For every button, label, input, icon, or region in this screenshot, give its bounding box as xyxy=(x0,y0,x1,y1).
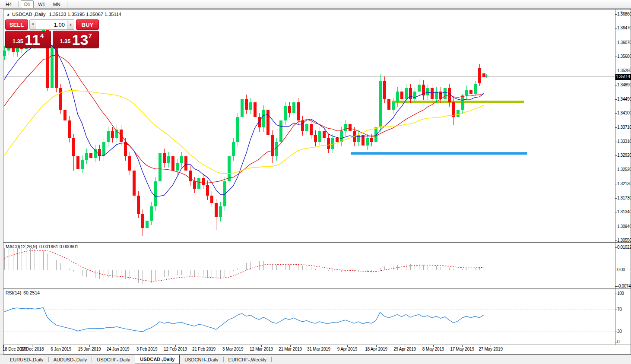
chart-tab-eurchf[interactable]: EURCHF-,Weekly xyxy=(224,355,271,364)
current-price-tag: 1.35114 xyxy=(615,74,631,80)
chart-window: ▲USDCAD-,Daily1.35133 1.35195 1.35067 1.… xyxy=(3,9,631,355)
price-axis-label: 1.36070 xyxy=(617,40,631,45)
price-axis-tick xyxy=(615,241,617,241)
candle-body xyxy=(288,106,291,114)
candle-body xyxy=(366,138,369,146)
candle-body xyxy=(63,110,67,120)
macd-axis-tick xyxy=(615,286,617,287)
candle-body xyxy=(349,124,352,131)
date-axis-label: 21 Feb 2019 xyxy=(190,347,218,351)
candle-body xyxy=(405,88,408,99)
candle-body xyxy=(254,102,257,117)
candle-body xyxy=(193,181,196,189)
sell-button[interactable]: SELL xyxy=(5,19,28,30)
candle-body xyxy=(426,88,429,95)
candle-body xyxy=(111,131,114,139)
candle-body xyxy=(340,131,343,142)
price-axis-label: 1.32130 xyxy=(617,181,631,186)
date-axis-label: 15 Jan 2019 xyxy=(76,347,103,351)
candle-body xyxy=(232,142,235,156)
price-axis-label: 1.33710 xyxy=(617,125,631,130)
candle-body xyxy=(206,185,209,196)
candle-body xyxy=(461,95,464,110)
candle-body xyxy=(51,45,54,88)
price-axis-label: 1.35680 xyxy=(617,54,631,59)
price-axis-tick xyxy=(615,85,617,85)
volume-increase-icon[interactable]: ▲ xyxy=(67,19,74,30)
volume-input[interactable] xyxy=(36,19,67,30)
price-axis-label: 1.34490 xyxy=(617,97,631,101)
candle-body xyxy=(279,120,282,142)
price-axis-tick xyxy=(615,227,617,227)
candle-body xyxy=(374,127,377,142)
candle-body xyxy=(474,84,477,93)
moving-average-34 xyxy=(4,91,484,174)
chart-tab-audusd[interactable]: AUDUSD-,Daily xyxy=(49,355,92,364)
date-axis-label: 27 Dec 2018 xyxy=(18,347,46,351)
candle-body xyxy=(245,99,248,110)
candle-body xyxy=(146,221,149,228)
ask-price-panel[interactable]: 1.35 13 7 xyxy=(53,31,99,48)
date-axis-label: 8 May 2019 xyxy=(419,347,447,351)
rsi-axis-label: 100 xyxy=(617,291,624,296)
candle-body xyxy=(68,120,71,139)
bid-price-prefix: 1.35 xyxy=(13,38,23,44)
chart-tab-usdcnh[interactable]: USDCNH-,Daily xyxy=(180,355,223,364)
candle-body xyxy=(184,156,187,171)
price-axis-tick xyxy=(615,113,617,114)
price-axis-tick xyxy=(615,198,617,199)
timeframe-button-w1[interactable]: W1 xyxy=(35,0,49,8)
candle-body xyxy=(266,110,270,135)
rsi-axis-label: 0 xyxy=(617,339,619,344)
candle-body xyxy=(457,110,460,117)
buy-button[interactable]: BUY xyxy=(76,19,99,30)
macd-axis-label: 0.010229 xyxy=(617,245,631,250)
macd-indicator-canvas[interactable] xyxy=(3,243,615,288)
price-axis-tick xyxy=(615,99,617,100)
candle-body xyxy=(314,135,317,142)
timeframe-button-h4[interactable]: H4 xyxy=(2,0,15,8)
rsi-axis-tick xyxy=(615,310,617,310)
rsi-axis-label: 30 xyxy=(617,329,621,334)
candle-body xyxy=(176,163,179,171)
price-axis-tick xyxy=(615,184,617,184)
toolbar-separator xyxy=(67,1,67,7)
rsi-indicator-canvas[interactable] xyxy=(3,289,615,345)
candle-body xyxy=(469,90,472,93)
candle-body xyxy=(327,138,330,149)
chart-tab-usdchf[interactable]: USDCHF-,Daily xyxy=(92,355,135,364)
candle-body xyxy=(418,85,421,92)
candle-body xyxy=(107,131,110,142)
chart-tab-eurusd[interactable]: EURUSD-,Daily xyxy=(5,355,48,364)
price-axis-tick xyxy=(615,127,617,128)
chart-tab-usdcad[interactable]: USDCAD-,Daily xyxy=(135,355,180,364)
candle-body xyxy=(357,135,360,142)
price-axis-label: 1.35280 xyxy=(617,68,631,73)
price-axis-label: 1.30550 xyxy=(617,238,631,243)
date-axis-label: 9 Apr 2019 xyxy=(333,347,361,351)
candle-body xyxy=(76,156,79,169)
timeframe-button-mn[interactable]: MN xyxy=(50,0,64,8)
candle-body xyxy=(210,196,213,203)
macd-label: MACD(12,26,9)0.001661 0.000901 xyxy=(6,244,80,249)
candle-body xyxy=(271,135,274,156)
candle-body xyxy=(383,81,386,99)
candle-body xyxy=(215,203,218,217)
candle-body xyxy=(465,90,468,95)
bid-price-panel[interactable]: 1.35 11 4 xyxy=(5,31,51,48)
ask-price-prefix: 1.35 xyxy=(60,38,70,44)
volume-decrease-icon[interactable]: ▼ xyxy=(29,19,37,30)
date-axis-label: 29 Apr 2019 xyxy=(391,347,419,351)
candle-body xyxy=(297,102,300,120)
candle-body xyxy=(323,131,326,139)
support-line xyxy=(351,152,527,155)
price-axis-label: 1.31340 xyxy=(617,209,631,214)
candle-body xyxy=(141,214,144,228)
ask-price-pipette: 7 xyxy=(88,32,92,39)
rsi-axis-tick xyxy=(615,294,617,294)
rsi-axis-tick xyxy=(615,332,617,332)
timeframe-button-d1[interactable]: D1 xyxy=(21,0,34,8)
candle-body xyxy=(81,160,84,169)
date-axis-label: 24 Jan 2019 xyxy=(104,347,132,351)
collapse-icon[interactable]: ▲ xyxy=(6,13,10,16)
